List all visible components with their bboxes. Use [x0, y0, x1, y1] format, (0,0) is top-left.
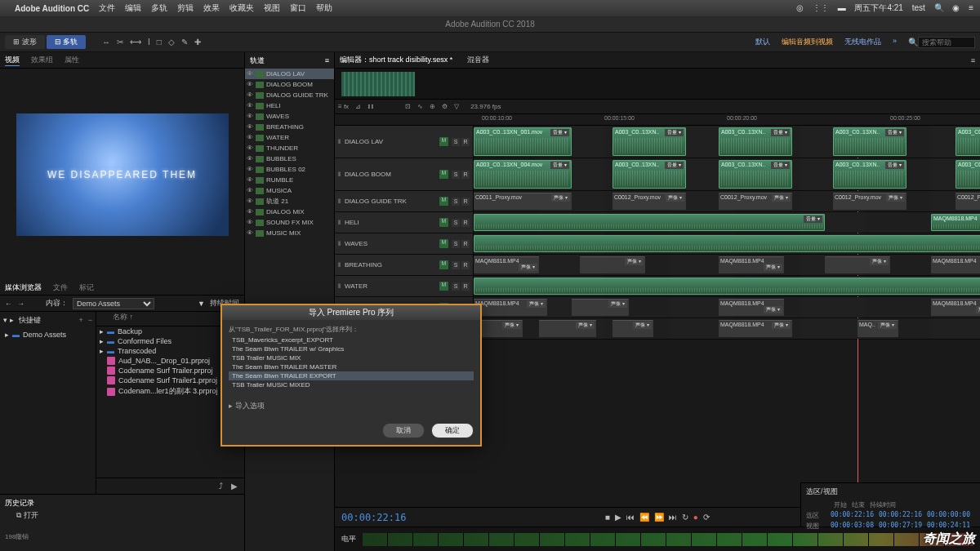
sequence-item[interactable]: The Seam Btwn TRAILER w/ Graphics: [229, 344, 474, 353]
track-header[interactable]: ⫴WATERMSR: [335, 276, 474, 296]
clip[interactable]: A003_C0..13XN..音量 ▾: [719, 160, 792, 189]
shortcut-toggle[interactable]: ▾ ▸: [3, 316, 14, 324]
wifi-icon[interactable]: ⋮⋮: [813, 3, 829, 12]
clip[interactable]: A003_C0..13XN_004.mov音量 ▾: [474, 160, 572, 189]
tab-waveform[interactable]: ⊞ 波形: [5, 35, 45, 49]
siri-icon[interactable]: ◉: [952, 3, 960, 12]
track-row[interactable]: 👁 BUBBLES 02: [245, 164, 334, 175]
eq-icon[interactable]: ⫿⫿: [368, 103, 374, 110]
import-icon[interactable]: ⤴: [219, 482, 223, 491]
clip[interactable]: A003_C0..13XN..音量 ▾: [833, 127, 906, 156]
track-row[interactable]: 👁 THUNDER: [245, 143, 334, 153]
tracks-menu-icon[interactable]: ≡: [325, 56, 329, 64]
clip[interactable]: 音量 ▾: [474, 235, 980, 252]
menu-clip[interactable]: 剪辑: [177, 2, 194, 14]
clip[interactable]: C0012_Proxy.mov声像 ▾: [956, 193, 980, 210]
track-row[interactable]: 👁 DIALOG GUIDE TRK: [245, 90, 334, 100]
track-row[interactable]: 👁 MUSICA: [245, 185, 334, 196]
tab-files[interactable]: 文件: [53, 282, 68, 293]
track-header[interactable]: ⫴DIALOG LAVMSR: [335, 126, 474, 158]
track-header[interactable]: ⫴DIALOG GUIDE TRKMSR: [335, 191, 474, 211]
track-lane[interactable]: A003_C0..13XN_001.mov音量 ▾A003_C0..13XN..…: [474, 126, 980, 158]
user[interactable]: test: [912, 3, 925, 12]
tab-markers[interactable]: 标记: [79, 282, 94, 293]
clip[interactable]: 声像 ▾: [539, 320, 596, 337]
add-shortcut-icon[interactable]: +: [78, 316, 82, 324]
clip[interactable]: C0012_Proxy.mov声像 ▾: [612, 193, 686, 210]
clip[interactable]: A003_C0..13XN..音量 ▾: [612, 127, 686, 156]
spotlight-icon[interactable]: 🔍: [934, 3, 944, 12]
track-lane[interactable]: MAQM8818.MP4声像 ▾声像 ▾MAQM8818.MP4声像 ▾MAQM…: [474, 297, 980, 318]
track-row[interactable]: 👁 DIALOG MIX: [245, 207, 334, 217]
tool-lasso[interactable]: ◇: [168, 38, 175, 47]
ok-button[interactable]: 确定: [431, 423, 474, 438]
overview[interactable]: [335, 69, 980, 100]
menu-multitrack[interactable]: 多轨: [151, 2, 167, 14]
tool-heal[interactable]: ✚: [194, 38, 201, 47]
workspace-wireless[interactable]: 无线电作品: [844, 37, 881, 47]
workspace-default[interactable]: 默认: [755, 37, 770, 47]
clip[interactable]: 音量 ▾: [474, 278, 980, 295]
record-button[interactable]: ●: [693, 513, 698, 522]
panel-tab-fx[interactable]: 效果组: [31, 55, 53, 65]
menu-file[interactable]: 文件: [99, 2, 115, 14]
track-row[interactable]: 👁 BUBBLES: [245, 153, 334, 164]
track-lane[interactable]: A003_C0..13XN_004.mov音量 ▾A003_C0..13XN..…: [474, 158, 980, 190]
track-row[interactable]: 👁 SOUND FX MIX: [245, 217, 334, 228]
track-row[interactable]: 👁 BREATHING: [245, 122, 334, 132]
loop-button[interactable]: ↻: [682, 513, 688, 522]
clip[interactable]: MAQM8818.MP4声像 ▾: [474, 299, 547, 316]
track-header[interactable]: ⫴HELIMSR: [335, 212, 474, 233]
clip[interactable]: A003_C0..13XN..音量 ▾: [719, 127, 792, 156]
zoom-icon[interactable]: ⊕: [430, 103, 435, 110]
flag-icon[interactable]: ▬: [838, 3, 846, 12]
workspace-edit-av[interactable]: 编辑音频到视频: [782, 37, 833, 47]
rewind-button[interactable]: ⏪: [639, 513, 649, 522]
editor-tab[interactable]: 编辑器：short track disibility.sesx *: [340, 55, 452, 65]
help-search-input[interactable]: [918, 37, 975, 48]
workspace-more[interactable]: »: [893, 37, 897, 47]
tool-razor[interactable]: ✂: [117, 38, 123, 47]
menu-view[interactable]: 视图: [264, 2, 280, 14]
send-icon[interactable]: ⊿: [355, 103, 361, 110]
track-header[interactable]: ⫴DIALOG BOOMMSR: [335, 158, 474, 190]
track-lane[interactable]: 音量 ▾MAQM8818.MP4音量 ▾: [474, 212, 980, 233]
clip[interactable]: 音量 ▾: [474, 214, 825, 231]
menu-window[interactable]: 窗口: [290, 2, 306, 14]
prev-button[interactable]: ⏮: [626, 513, 635, 522]
track-header[interactable]: ⫴WAVESMSR: [335, 233, 474, 254]
clip[interactable]: 声像 ▾: [572, 299, 629, 316]
clip[interactable]: A003_C0..13XN..音量 ▾: [612, 160, 686, 189]
clip[interactable]: 声像 ▾: [612, 320, 653, 337]
sequence-item[interactable]: The Seam Btwn TRAILER EXPORT: [229, 371, 474, 380]
menu-favorites[interactable]: 收藏夹: [229, 2, 254, 14]
cc-icon[interactable]: ◎: [796, 3, 804, 12]
clip[interactable]: MAQM8818.MP4声像 ▾: [719, 320, 792, 337]
panel-menu-icon[interactable]: ≡: [971, 56, 975, 64]
clip[interactable]: 声像 ▾: [825, 256, 890, 273]
clip[interactable]: A003_C0..13XN..音量 ▾: [956, 160, 980, 189]
next-button[interactable]: ⏭: [669, 513, 677, 522]
clip[interactable]: MAQ..声像 ▾: [858, 320, 898, 337]
clip[interactable]: 声像 ▾: [580, 256, 645, 273]
tool-time[interactable]: I: [148, 38, 150, 47]
nav-fwd[interactable]: →: [17, 300, 24, 308]
track-lane[interactable]: C0011_Proxy.mov声像 ▾C0012_Proxy.mov声像 ▾C0…: [474, 191, 980, 211]
track-row[interactable]: 👁 WATER: [245, 132, 334, 143]
tool-slip[interactable]: ⟷: [130, 38, 141, 47]
snap-icon[interactable]: ⊡: [405, 103, 411, 110]
sequence-item[interactable]: The Seam Btwn TRAILER MASTER: [229, 362, 474, 371]
track-row[interactable]: 👁 DIALOG LAV: [245, 69, 334, 79]
tool-marquee[interactable]: □: [157, 38, 162, 47]
track-lane[interactable]: 音量 ▾: [474, 233, 980, 254]
history-tab[interactable]: 历史记录: [5, 498, 239, 509]
menu-effects[interactable]: 效果: [203, 2, 220, 14]
cancel-button[interactable]: 取消: [382, 423, 425, 438]
tool-move[interactable]: ↔: [102, 38, 110, 47]
clip[interactable]: C0012_Proxy.mov声像 ▾: [719, 193, 792, 210]
shortcut-item[interactable]: ▸ ▬ Demo Assets: [0, 330, 96, 340]
clip[interactable]: MAQM8818.MP4声像 ▾: [931, 299, 980, 316]
time-ruler[interactable]: 00:00:10:00 00:00:15:00 00:00:20:00 00:0…: [335, 114, 980, 126]
clip[interactable]: C0011_Proxy.mov声像 ▾: [474, 193, 572, 210]
menu-help[interactable]: 帮助: [316, 2, 332, 14]
